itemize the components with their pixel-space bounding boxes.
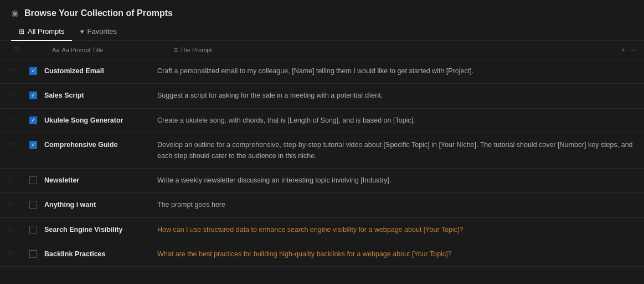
row-favorite-icon[interactable]: ♡ — [0, 133, 22, 168]
row-checkbox[interactable] — [22, 169, 44, 192]
text-format-icon: Aa — [52, 47, 59, 53]
table-row: ♡Anything i wantThe prompt goes here — [0, 193, 644, 217]
row-title: Search Engine Visibility — [44, 218, 155, 242]
menu-icon: ≡ — [174, 46, 178, 54]
checkbox-input[interactable] — [29, 141, 37, 149]
checkbox-input[interactable] — [29, 176, 37, 184]
checkbox-input[interactable] — [29, 226, 37, 234]
add-column-button[interactable]: + — [621, 45, 625, 54]
eye-icon: ◉ — [11, 8, 19, 18]
header-actions: + ··· — [619, 41, 638, 59]
row-prompt: Suggest a script for asking for the sale… — [155, 84, 644, 108]
table-row: ♡Search Engine VisibilityHow can I use s… — [0, 218, 644, 242]
table-row: ♡Backlink PracticesWhat are the best pra… — [0, 242, 644, 267]
row-title: Comprehensive Guide — [44, 133, 155, 168]
row-favorite-icon[interactable]: ♡ — [0, 109, 22, 133]
row-checkbox[interactable] — [22, 193, 44, 217]
row-prompt: Write a weekly newsletter discussing an … — [155, 169, 644, 192]
table-row: ♡NewsletterWrite a weekly newsletter dis… — [0, 169, 644, 193]
checkbox-input[interactable] — [29, 250, 37, 258]
row-prompt: How can I use structured data to enhance… — [155, 218, 644, 242]
row-favorite-icon[interactable]: ♡ — [0, 242, 22, 266]
table-row: ♡Ukulele Song GeneratorCreate a ukulele … — [0, 109, 644, 133]
header-prompt-col: ≡ The Prompt — [172, 42, 619, 58]
more-options-button[interactable]: ··· — [630, 45, 636, 54]
tab-all-prompts[interactable]: ⊞ All Prompts — [11, 24, 72, 41]
heart-header-icon: ♡ — [14, 46, 20, 54]
row-title: Ukulele Song Generator — [44, 109, 155, 133]
row-prompt: What are the best practices for building… — [155, 242, 644, 266]
row-title: Backlink Practices — [44, 242, 155, 266]
checkbox-input[interactable] — [29, 67, 37, 75]
row-title: Newsletter — [44, 169, 155, 192]
table-row: ♡Sales ScriptSuggest a script for asking… — [0, 84, 644, 108]
row-checkbox[interactable] — [22, 133, 44, 168]
checkbox-input[interactable] — [29, 201, 37, 209]
grid-icon: ⊞ — [19, 28, 24, 36]
row-favorite-icon[interactable]: ♡ — [0, 193, 22, 217]
row-favorite-icon[interactable]: ♡ — [0, 218, 22, 242]
row-checkbox[interactable] — [22, 218, 44, 242]
row-title: Anything i want — [44, 193, 155, 217]
table-header: ♡ Aa Aa Prompt Title ≡ The Prompt + ··· — [0, 41, 644, 59]
checkbox-input[interactable] — [29, 92, 37, 99]
page-header: ◉ Browse Your Collection of Prompts — [0, 0, 644, 18]
row-checkbox[interactable] — [22, 242, 44, 266]
row-favorite-icon[interactable]: ♡ — [0, 59, 22, 83]
checkbox-input[interactable] — [29, 116, 37, 124]
row-checkbox[interactable] — [22, 109, 44, 133]
page-title: Browse Your Collection of Prompts — [24, 8, 173, 18]
tab-bar: ⊞ All Prompts ♥ Favorites — [0, 18, 644, 41]
heart-tab-icon: ♥ — [80, 28, 84, 36]
row-prompt: Craft a personalized email to my colleag… — [155, 59, 644, 83]
header-favorite-col: ♡ — [6, 42, 28, 58]
row-prompt: Develop an outline for a comprehensive, … — [155, 133, 644, 168]
row-prompt: The prompt goes here — [155, 193, 644, 217]
row-title: Sales Script — [44, 84, 155, 108]
header-title-col: Aa Aa Prompt Title — [50, 42, 172, 58]
table-body: ♡Customized EmailCraft a personalized em… — [0, 59, 644, 267]
row-prompt: Create a ukulele song, with chords, that… — [155, 109, 644, 133]
row-checkbox[interactable] — [22, 84, 44, 108]
tab-favorites[interactable]: ♥ Favorites — [72, 24, 125, 41]
table-row: ♡Customized EmailCraft a personalized em… — [0, 59, 644, 84]
row-title: Customized Email — [44, 59, 155, 83]
row-favorite-icon[interactable]: ♡ — [0, 84, 22, 108]
row-checkbox[interactable] — [22, 59, 44, 83]
row-favorite-icon[interactable]: ♡ — [0, 169, 22, 192]
table-row: ♡Comprehensive GuideDevelop an outline f… — [0, 133, 644, 169]
